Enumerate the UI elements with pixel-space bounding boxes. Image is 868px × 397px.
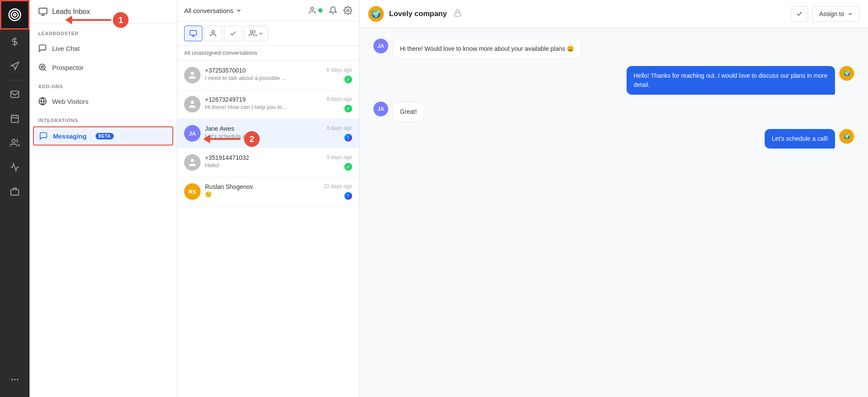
conv-info-4: +351914471032 Hello! bbox=[205, 154, 322, 169]
bell-icon[interactable] bbox=[329, 6, 337, 15]
leads-inbox-icon bbox=[38, 7, 48, 17]
chat-tab-icon bbox=[189, 30, 197, 37]
tab-contacts[interactable] bbox=[204, 26, 222, 41]
svg-point-9 bbox=[12, 139, 15, 142]
conv-avatar-5: RS bbox=[184, 183, 201, 200]
sidebar-item-livechat[interactable]: Live Chat bbox=[30, 39, 177, 58]
msg-bubble-4: Let's schedule a call! bbox=[765, 129, 835, 149]
conv-name-4: +351914471032 bbox=[205, 154, 322, 161]
msg-avatar-company-4: 🌍 bbox=[839, 129, 854, 144]
tab-resolved[interactable] bbox=[224, 26, 242, 41]
svg-point-24 bbox=[191, 101, 194, 104]
leads-inbox-title: Leads Inbox bbox=[52, 8, 90, 16]
nav-icon-analytics[interactable] bbox=[0, 155, 30, 179]
integrations-label: INTEGRATIONS bbox=[30, 111, 177, 126]
conv-item-2[interactable]: +12673249719 Hi there! How can I help yo… bbox=[177, 90, 359, 119]
online-status bbox=[308, 6, 323, 15]
conv-avatar-3: JA bbox=[184, 125, 201, 142]
sidebar-item-prospector[interactable]: Prospector bbox=[30, 58, 177, 77]
check-button[interactable] bbox=[791, 6, 808, 22]
conv-avatar-2 bbox=[184, 96, 201, 112]
conv-preview-4: Hello! bbox=[205, 162, 322, 169]
nav-icon-contacts[interactable] bbox=[0, 131, 30, 155]
livechat-label: Live Chat bbox=[52, 45, 79, 52]
svg-point-2 bbox=[13, 13, 16, 16]
nav-icon-megaphone[interactable] bbox=[0, 54, 30, 78]
sidebar-header[interactable]: Leads Inbox bbox=[30, 0, 177, 24]
nav-icon-mail[interactable] bbox=[0, 82, 30, 106]
user-avatar-icon-1 bbox=[188, 70, 197, 80]
sidebar-item-messaging[interactable]: Messaging BETA bbox=[33, 126, 173, 146]
svg-point-19 bbox=[347, 10, 349, 12]
chat-messages: JA Hi there! Would love to know more abo… bbox=[360, 28, 868, 397]
conv-avatar-1 bbox=[184, 67, 201, 83]
sidebar: 1 Leads Inbox LEADBOOSTER Live Chat Pros… bbox=[30, 0, 177, 397]
msg-avatar-1: JA bbox=[373, 39, 388, 53]
svg-point-13 bbox=[17, 379, 19, 380]
svg-point-11 bbox=[11, 379, 13, 380]
tab-team-dropdown[interactable] bbox=[244, 26, 268, 41]
assign-person-icon[interactable] bbox=[308, 6, 317, 15]
conv-time-2: 8 days ago bbox=[327, 96, 352, 102]
settings-icon[interactable] bbox=[343, 6, 352, 15]
conv-name-1: +37253570010 bbox=[205, 67, 322, 74]
svg-rect-5 bbox=[11, 116, 19, 123]
team-dropdown-chevron bbox=[258, 31, 264, 36]
svg-rect-4 bbox=[11, 91, 19, 98]
tab-conversations[interactable] bbox=[184, 26, 202, 41]
conv-name-5: Ruslan Shogenov bbox=[205, 183, 320, 190]
nav-divider-1 bbox=[6, 80, 23, 80]
svg-point-16 bbox=[41, 66, 43, 68]
svg-point-12 bbox=[14, 379, 16, 380]
nav-icon-target[interactable] bbox=[0, 0, 30, 30]
livechat-icon bbox=[38, 44, 47, 53]
conv-time-3: 8 days ago bbox=[327, 125, 352, 131]
conv-sub-label: All unassigned conversations bbox=[177, 46, 359, 61]
conv-channel-whatsapp-2: ✓ bbox=[344, 105, 352, 112]
user-avatar-icon-2 bbox=[188, 99, 197, 109]
conv-meta-5: 22 days ago f bbox=[324, 183, 352, 200]
svg-point-1 bbox=[11, 11, 18, 18]
svg-point-22 bbox=[251, 30, 253, 33]
nav-icon-dollar[interactable] bbox=[0, 30, 30, 54]
assign-chevron-icon bbox=[848, 11, 853, 17]
conv-preview-2: Hi there! How can I help you to... bbox=[205, 104, 322, 110]
conversation-panel: All conversations bbox=[177, 0, 360, 397]
conv-item-4[interactable]: +351914471032 Hello! 9 days ago ✓ bbox=[177, 148, 359, 177]
svg-point-15 bbox=[40, 64, 45, 70]
online-dot bbox=[318, 8, 323, 13]
conv-time-1: 6 days ago bbox=[327, 67, 352, 73]
chat-header: 🌍 Lovely company Assign to bbox=[360, 0, 868, 28]
nav-icon-calendar[interactable] bbox=[0, 106, 30, 131]
conv-item-1[interactable]: +37253570010 I need to talk about a poss… bbox=[177, 61, 359, 90]
nav-icon-more[interactable] bbox=[0, 367, 30, 392]
conv-header-icons bbox=[308, 6, 352, 15]
team-tab-icon bbox=[249, 30, 257, 37]
conv-info-2: +12673249719 Hi there! How can I help yo… bbox=[205, 96, 322, 110]
assign-button[interactable]: Assign to bbox=[812, 6, 859, 22]
nav-icon-products[interactable] bbox=[0, 179, 30, 204]
conv-avatar-4 bbox=[184, 154, 201, 171]
msg-avatar-company-2: 🌍 bbox=[839, 66, 854, 81]
sidebar-item-webvisitors[interactable]: Web Visitors bbox=[30, 92, 177, 111]
nav-bar bbox=[0, 0, 30, 397]
messaging-label: Messaging bbox=[53, 132, 87, 140]
msg-avatar-3: JA bbox=[373, 102, 388, 116]
messaging-icon bbox=[39, 132, 48, 140]
conv-tabs bbox=[177, 21, 359, 46]
msg-row-2: 🌍 Hello! Thanks for reaching out. I woul… bbox=[373, 66, 854, 95]
company-name: Lovely company bbox=[389, 10, 447, 18]
conv-item-3[interactable]: JA Jane Awes Let's schedule a call! 8 da… bbox=[177, 119, 359, 148]
conv-channel-whatsapp-4: ✓ bbox=[344, 163, 352, 171]
conv-info-5: Ruslan Shogenov 🙂 bbox=[205, 183, 320, 198]
conv-channel-messenger-5: f bbox=[344, 192, 352, 200]
msg-row-4: 🌍 Let's schedule a call! bbox=[373, 129, 854, 149]
conv-info-1: +37253570010 I need to talk about a poss… bbox=[205, 67, 322, 81]
beta-badge: BETA bbox=[96, 133, 114, 139]
conv-meta-3: 8 days ago f bbox=[327, 125, 352, 142]
conv-item-5[interactable]: RS Ruslan Shogenov 🙂 22 days ago f bbox=[177, 177, 359, 206]
dropdown-chevron-icon bbox=[236, 7, 242, 13]
webvisitors-label: Web Visitors bbox=[52, 98, 89, 105]
svg-rect-26 bbox=[455, 13, 461, 16]
svg-point-23 bbox=[191, 72, 194, 75]
